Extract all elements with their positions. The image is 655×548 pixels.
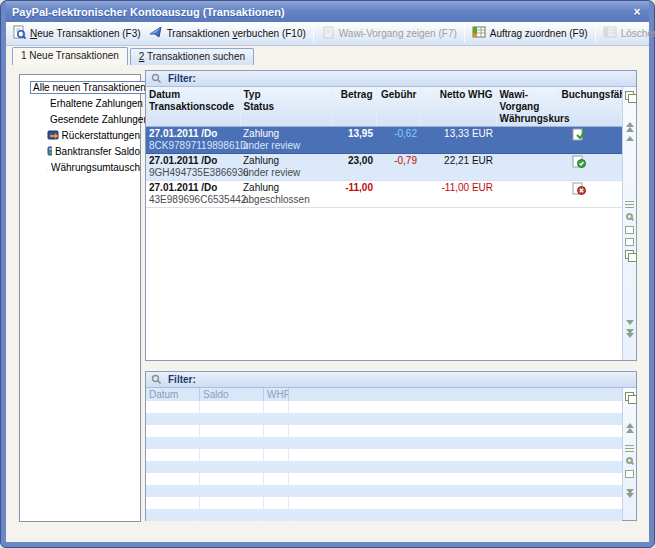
- scroll-bottom-icon[interactable]: [626, 338, 634, 356]
- tree-root-label[interactable]: Alle neuen Transaktionen: [30, 81, 149, 94]
- tab-transaktionen-suchen[interactable]: 2 Transaktionen suchen: [130, 48, 254, 65]
- empty-row[interactable]: [146, 509, 622, 521]
- tab-neue-transaktionen[interactable]: 1 Neue Transaktionen: [12, 47, 128, 65]
- column-header-betrag[interactable]: Betrag: [332, 87, 376, 127]
- titlebar[interactable]: PayPal-elektronischer Kontoauszug (Trans…: [6, 1, 649, 22]
- edit-icon[interactable]: [625, 470, 634, 478]
- toolbar-separator: [464, 26, 465, 42]
- workspace: Alle neuen Transaktionen Erhaltene Zahlu…: [6, 65, 649, 542]
- refunds-icon: [47, 129, 59, 141]
- view-list-icon[interactable]: [625, 201, 634, 209]
- transactions-table: DatumTransaktionscode TypStatus Betrag G…: [146, 87, 622, 208]
- search-icon[interactable]: [626, 213, 633, 220]
- bank-transfer-icon: [47, 145, 52, 157]
- column-header-datum[interactable]: DatumTransaktionscode: [146, 87, 240, 127]
- column-header-gebuehr[interactable]: Gebühr: [376, 87, 420, 127]
- tree-item-waehrungsumtausch[interactable]: Währungsumtausch: [20, 159, 140, 175]
- filter-label: Filter:: [168, 374, 196, 385]
- scroll-top-icon[interactable]: [626, 105, 634, 123]
- column-header-wawi-vorgang[interactable]: Wawi-VorgangWährungskurs: [496, 87, 558, 127]
- post-transactions-button[interactable]: Transaktionen verbuchen (F10): [146, 24, 309, 43]
- doc-green-check-circle-icon: [572, 155, 586, 168]
- empty-row[interactable]: [146, 485, 622, 497]
- empty-row[interactable]: [146, 461, 622, 473]
- transactions-grid: Filter: DatumTransaktionscode TypStatus: [145, 70, 637, 361]
- doc-red-x-circle-icon: [572, 182, 586, 195]
- sort-icon[interactable]: [625, 238, 634, 246]
- toolbar-separator: [313, 26, 314, 42]
- category-tree: Alle neuen Transaktionen Erhaltene Zahlu…: [19, 74, 141, 522]
- window-body: Neue Transaktionen (F3) Transaktionen ve…: [6, 22, 649, 542]
- tree-item-gesendete-zahlungen[interactable]: Gesendete Zahlungen: [20, 111, 140, 127]
- toolbar: Neue Transaktionen (F3) Transaktionen ve…: [6, 22, 649, 46]
- currency-exchange-icon: [47, 161, 48, 173]
- transactions-filter-bar[interactable]: Filter:: [146, 71, 636, 87]
- column-header-whr[interactable]: WHR: [264, 388, 289, 401]
- empty-row[interactable]: [146, 497, 622, 509]
- search-icon[interactable]: [626, 457, 633, 464]
- scroll-bottom-icon[interactable]: [626, 498, 634, 516]
- close-icon[interactable]: ×: [629, 5, 645, 19]
- assign-order-button[interactable]: Auftrag zuordnen (F9): [469, 24, 591, 43]
- transaction-row[interactable]: 27.01.2011 /Do43E989696C6535442 Zahlunga…: [146, 181, 622, 208]
- empty-row[interactable]: [146, 413, 622, 425]
- grid-side-strip: [622, 388, 636, 520]
- column-header-typ[interactable]: TypStatus: [240, 87, 332, 127]
- scroll-page-down-icon[interactable]: [626, 320, 634, 325]
- empty-row[interactable]: [146, 449, 622, 461]
- filter-label: Filter:: [168, 73, 196, 84]
- delete-assignment-icon: [603, 25, 618, 42]
- tree-item-banktransfer-saldo[interactable]: Banktransfer Saldo: [20, 143, 140, 159]
- assign-order-icon: [472, 25, 487, 42]
- empty-row[interactable]: [146, 437, 622, 449]
- saldo-filter-bar[interactable]: Filter:: [146, 372, 636, 388]
- tab-bar: 1 Neue Transaktionen 2 Transaktionen suc…: [6, 46, 649, 65]
- column-header-saldo[interactable]: Saldo: [200, 388, 264, 401]
- edit-icon[interactable]: [625, 226, 634, 234]
- scroll-top-icon[interactable]: [626, 406, 634, 424]
- new-transactions-icon: [12, 25, 27, 42]
- copy-pages-icon[interactable]: [625, 91, 635, 101]
- transaction-row[interactable]: 27.01.2011 /Do9GH494735E3866936 Zahlungu…: [146, 154, 622, 181]
- column-header-netto-whg[interactable]: Netto WHG: [420, 87, 496, 127]
- window-copy-icon[interactable]: [625, 250, 635, 260]
- grid-side-strip: [622, 87, 636, 360]
- toolbar-separator: [595, 26, 596, 42]
- saldo-empty-rows: [146, 401, 622, 521]
- magnifier-icon: [151, 374, 162, 385]
- wawi-show-icon: [321, 25, 336, 42]
- scroll-up-icon[interactable]: [626, 127, 634, 132]
- window-title: PayPal-elektronischer Kontoauszug (Trans…: [12, 6, 629, 18]
- tree-item-rueckerstattungen[interactable]: Rückerstattungen: [20, 127, 140, 143]
- empty-row[interactable]: [146, 473, 622, 485]
- delete-assignment-button[interactable]: Löschen Zuordnung Auftrag (F4): [600, 24, 655, 43]
- transaction-row[interactable]: 27.01.2011 /Do8CK9789711989861D Zahlungu…: [146, 127, 622, 154]
- grids-column: Filter: DatumTransaktionscode TypStatus: [145, 70, 637, 521]
- post-transactions-icon: [149, 25, 164, 42]
- magnifier-icon: [151, 73, 162, 84]
- tree-item-erhaltene-zahlungen[interactable]: Erhaltene Zahlungen: [20, 95, 140, 111]
- saldo-grid: Filter: Datum Saldo WHR: [145, 371, 637, 521]
- doc-green-check-icon: [572, 128, 586, 141]
- copy-pages-icon[interactable]: [625, 392, 635, 402]
- tree-root-alle-neuen-transaktionen[interactable]: Alle neuen Transaktionen: [20, 79, 140, 95]
- wawi-show-button[interactable]: Wawi-Vorgang zeigen (F7): [318, 24, 460, 43]
- empty-row[interactable]: [146, 425, 622, 437]
- transactions-header-row[interactable]: DatumTransaktionscode TypStatus Betrag G…: [146, 87, 622, 127]
- saldo-header-row[interactable]: Datum Saldo WHR: [146, 388, 622, 401]
- app-window: PayPal-elektronischer Kontoauszug (Trans…: [0, 0, 655, 548]
- scroll-page-up-icon[interactable]: [626, 136, 634, 141]
- saldo-table-area: Datum Saldo WHR: [146, 388, 622, 520]
- new-transactions-button[interactable]: Neue Transaktionen (F3): [9, 24, 144, 43]
- transactions-table-area: DatumTransaktionscode TypStatus Betrag G…: [146, 87, 622, 360]
- view-list-icon[interactable]: [625, 445, 634, 453]
- column-header-datum[interactable]: Datum: [146, 388, 200, 401]
- empty-row[interactable]: [146, 401, 622, 413]
- scroll-up-icon[interactable]: [626, 428, 634, 433]
